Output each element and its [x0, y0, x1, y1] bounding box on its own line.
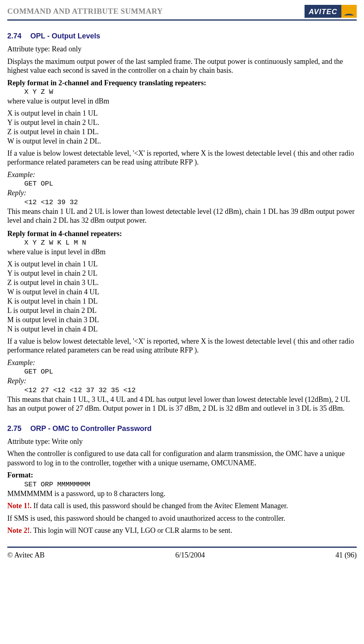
- def4-z: Z is output level in chain 3 UL.: [7, 279, 357, 287]
- section-heading-orp: 2.75ORP - OMC to Controller Password: [7, 424, 357, 433]
- def-x: X is output level in chain 1 UL: [7, 109, 357, 118]
- brand-logo-text: AVITEC: [305, 5, 341, 18]
- def4-y: Y is output level in chain 2 UL: [7, 269, 357, 278]
- attribute-type-2: Attribute type: Write only: [7, 437, 357, 446]
- section-number-2: 2.75: [7, 424, 21, 433]
- note-2-text: . This login will NOT cause any VLI, LGO…: [30, 526, 232, 534]
- example-label-2: Example:: [7, 358, 357, 367]
- footer-left: © Avitec AB: [7, 551, 44, 560]
- section-intro: Displays the maximum output power of the…: [7, 57, 357, 75]
- def4-m: M is output level in chain 3 DL: [7, 316, 357, 324]
- reply-label-2: Reply:: [7, 376, 357, 386]
- def4-w: W is output level in chain 4 UL: [7, 288, 357, 296]
- footer-right: 41 (96): [335, 551, 357, 560]
- format-label: Format:: [7, 471, 357, 480]
- example-label-1: Example:: [7, 170, 357, 179]
- example-code-1: GET OPL: [24, 180, 357, 188]
- header-title: COMMAND AND ATTRIBUTE SUMMARY: [7, 7, 163, 16]
- footer-center: 6/15/2004: [175, 551, 205, 560]
- example-code-2: GET OPL: [24, 368, 357, 376]
- section-intro-2: When the controller is configured to use…: [7, 449, 357, 467]
- def-z: Z is output level in chain 1 DL.: [7, 128, 357, 136]
- reply-format-2ch-where: where value is output level in dBm: [7, 97, 357, 106]
- below-detect-2ch: If a value is below lowest detectable le…: [7, 149, 357, 167]
- reply-format-4ch-where: where value is input level in dBm: [7, 247, 357, 257]
- brand-logo: AVITEC: [305, 5, 357, 18]
- sms-text: If SMS is used, this password should be …: [7, 514, 357, 523]
- note-2-label: Note 2!: [7, 526, 30, 534]
- def4-n: N is output level in chain 4 DL: [7, 325, 357, 334]
- note-1: Note 1!. If data call is used, this pass…: [7, 501, 357, 511]
- def-y: Y is output level in chain 2 UL.: [7, 118, 357, 127]
- page-header: COMMAND AND ATTRIBUTE SUMMARY AVITEC: [7, 5, 357, 21]
- reply-format-2ch-label: Reply format in 2-channel and Frequency …: [7, 78, 357, 88]
- reply-format-4ch-label: Reply format in 4-channel repeaters:: [7, 229, 357, 239]
- reply-explain-2: This means that chain 1 UL, 3 UL, 4 UL a…: [7, 395, 357, 413]
- section-number: 2.74: [7, 32, 21, 40]
- reply-format-4ch-code: X Y Z W K L M N: [24, 239, 357, 247]
- note-1-text: If data call is used, this password shou…: [32, 502, 288, 510]
- def4-k: K is output level in chain 1 DL: [7, 297, 357, 306]
- section-title-2: ORP - OMC to Controller Password: [30, 424, 152, 433]
- section-heading-opl: 2.74OPL - Output Levels: [7, 32, 357, 40]
- note-1-label: Note 1!.: [7, 502, 32, 510]
- reply-code-2: <12 27 <12 <12 37 32 35 <12: [24, 386, 357, 394]
- channel-2-definitions: X is output level in chain 1 UL Y is out…: [7, 109, 357, 146]
- page-footer: © Avitec AB 6/15/2004 41 (96): [7, 547, 357, 560]
- section-title: OPL - Output Levels: [30, 32, 100, 40]
- note-2: Note 2!. This login will NOT cause any V…: [7, 526, 357, 535]
- def-w: W is output level in chain 2 DL.: [7, 137, 357, 146]
- below-detect-4ch: If a value is below lowest detectable le…: [7, 337, 357, 355]
- channel-4-definitions: X is output level in chain 1 UL Y is out…: [7, 260, 357, 334]
- reply-label-1: Reply:: [7, 188, 357, 198]
- def4-x: X is output level in chain 1 UL: [7, 260, 357, 268]
- format-code: SET ORP MMMMMMMM: [24, 481, 357, 488]
- reply-format-2ch-code: X Y Z W: [24, 88, 357, 96]
- reply-explain-1: This means chain 1 UL and 2 UL is lower …: [7, 207, 357, 225]
- def4-l: L is output level in chain 2 DL: [7, 306, 357, 315]
- brand-logo-icon: [341, 5, 357, 18]
- reply-code-1: <12 <12 39 32: [24, 198, 357, 206]
- attribute-type: Attribute type: Read only: [7, 44, 357, 54]
- format-explain: MMMMMMM is a password, up to 8 character…: [7, 489, 357, 498]
